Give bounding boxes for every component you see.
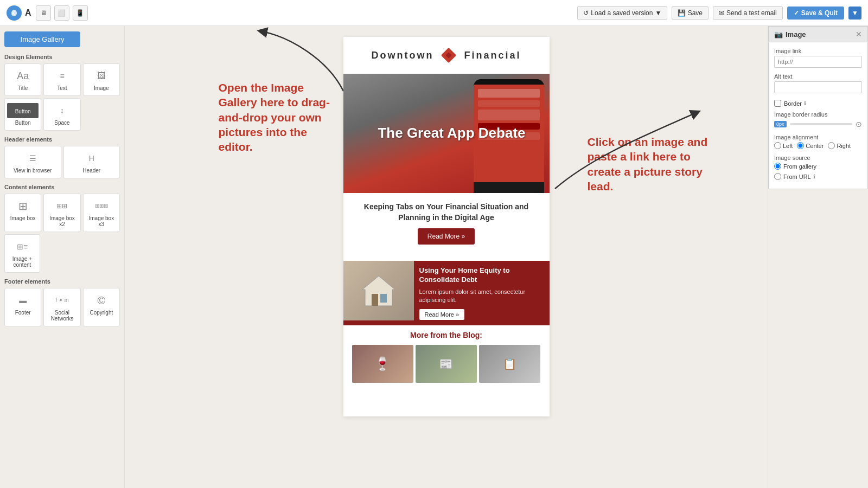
- logo-letter: A: [25, 8, 31, 18]
- article-title: Keeping Tabs on Your Financial Situation…: [352, 202, 541, 223]
- space-icon: ↕: [46, 103, 78, 118]
- copyright-element[interactable]: © Copyright: [83, 288, 120, 326]
- space-element[interactable]: ↕ Space: [43, 98, 80, 131]
- content-block[interactable]: Using Your Home Equity to Consolidate De…: [343, 261, 550, 325]
- save-quit-dropdown-btn[interactable]: ▼: [848, 7, 861, 20]
- save-btn[interactable]: 💾 Save: [672, 6, 709, 20]
- email-hero[interactable]: The Great App Debate: [343, 74, 550, 193]
- image-link-input[interactable]: [774, 56, 862, 68]
- from-gallery-label[interactable]: From gallery: [774, 163, 862, 170]
- desktop-view-btn[interactable]: 🖥: [36, 5, 51, 21]
- image-properties-panel: 📷 Image ✕ Image link Alt text Border ℹ: [768, 26, 868, 189]
- svg-text:A: A: [11, 11, 15, 16]
- blog-image-1[interactable]: 🍷: [352, 345, 413, 383]
- align-right-label[interactable]: Right: [828, 142, 851, 149]
- panel-title: 📷 Image: [774, 30, 806, 38]
- border-checkbox[interactable]: [774, 100, 781, 107]
- slider-max-icon: ⊙: [856, 120, 862, 129]
- border-radius-section: Image border radius 0px ⊙: [774, 111, 862, 129]
- header-elements-grid: ☰ View in browser H Header: [4, 146, 120, 178]
- hero-image[interactable]: The Great App Debate: [343, 74, 550, 193]
- content-elements-title: Content elements: [4, 184, 120, 190]
- slider-row: 0px ⊙: [774, 120, 862, 129]
- footer-element[interactable]: ▬ Footer: [4, 288, 41, 326]
- load-icon: ↺: [583, 9, 589, 17]
- image-box-element[interactable]: ⊞ Image box: [4, 194, 41, 232]
- send-test-email-btn[interactable]: ✉ Send a test email: [713, 6, 783, 20]
- camera-icon: 📷: [774, 30, 783, 38]
- from-url-label[interactable]: From URL ℹ: [774, 173, 862, 180]
- blog-image-3[interactable]: 📋: [479, 345, 540, 383]
- align-left-radio[interactable]: [774, 142, 781, 149]
- border-radius-slider[interactable]: [790, 123, 852, 125]
- header-element[interactable]: H Header: [63, 146, 120, 178]
- blog-image-2[interactable]: 📰: [416, 345, 477, 383]
- footer-elements-grid: ▬ Footer f ✦ in Social Networks © Copyri…: [4, 288, 120, 326]
- text-element[interactable]: ≡ Text: [43, 63, 80, 96]
- send-icon: ✉: [719, 9, 724, 17]
- load-saved-version-btn[interactable]: ↺ Load a saved version ▼: [577, 6, 667, 20]
- source-from-gallery: From gallery: [774, 163, 862, 170]
- panel-body: Image link Alt text Border ℹ Image borde…: [769, 42, 867, 189]
- image-content-element[interactable]: ⊞≡ Image + content: [4, 234, 40, 273]
- from-url-radio[interactable]: [774, 173, 781, 180]
- sidebar-left: Image Gallery Design Elements Aa Title ≡…: [0, 26, 125, 488]
- left-annotation: Open the Image Gallery here to drag-and-…: [219, 80, 333, 154]
- title-element[interactable]: Aa Title: [4, 63, 41, 96]
- source-label: Image source: [774, 155, 862, 161]
- panel-close-btn[interactable]: ✕: [856, 30, 862, 38]
- border-checkbox-row: Border ℹ: [774, 100, 862, 107]
- alignment-options: Left Center Right: [774, 142, 862, 149]
- title-icon: Aa: [7, 68, 39, 84]
- mobile-view-btn[interactable]: 📱: [73, 5, 88, 21]
- canvas-wrapper: Open the Image Gallery here to drag-and-…: [343, 37, 550, 477]
- image-icon: 🖼: [86, 68, 117, 84]
- topbar-right: ↺ Load a saved version ▼ 💾 Save ✉ Send a…: [577, 6, 861, 20]
- read-more-btn[interactable]: Read More »: [418, 228, 475, 245]
- align-left-label[interactable]: Left: [774, 142, 793, 149]
- image-element[interactable]: 🖼 Image: [83, 63, 120, 96]
- content-block-title: Using Your Home Equity to Consolidate De…: [419, 266, 544, 285]
- image-gallery-btn[interactable]: Image Gallery: [4, 31, 80, 47]
- canvas-area: Open the Image Gallery here to drag-and-…: [125, 26, 768, 488]
- source-section: Image source From gallery From URL ℹ: [774, 155, 862, 180]
- copyright-icon: ©: [86, 293, 117, 308]
- alt-text-input[interactable]: [774, 81, 862, 93]
- topbar-icons: 🖥 ⬜ 📱: [36, 5, 88, 21]
- image-box-x2-icon: ⊞⊞: [46, 198, 78, 214]
- border-radius-badge: 0px: [774, 121, 787, 127]
- email-canvas: Downtown Financial: [343, 37, 550, 416]
- main-layout: Image Gallery Design Elements Aa Title ≡…: [0, 26, 868, 488]
- browser-icon: ☰: [7, 151, 59, 166]
- email-logo: Downtown Financial: [352, 46, 541, 65]
- design-elements-title: Design Elements: [4, 54, 120, 60]
- source-from-url: From URL ℹ: [774, 173, 862, 180]
- content-read-more-btn[interactable]: Read More »: [419, 309, 465, 320]
- svg-rect-5: [380, 294, 387, 303]
- view-in-browser-element[interactable]: ☰ View in browser: [4, 146, 61, 178]
- content-block-image[interactable]: [343, 261, 414, 320]
- content-block-text: Using Your Home Equity to Consolidate De…: [414, 261, 550, 325]
- align-center-radio[interactable]: [797, 142, 804, 149]
- image-box-x3-element[interactable]: ⊞⊞⊞ Image box x3: [83, 194, 120, 232]
- align-right-radio[interactable]: [828, 142, 835, 149]
- save-quit-btn[interactable]: ✓ Save & Quit: [787, 7, 844, 20]
- image-box-icon: ⊞: [7, 198, 39, 214]
- blog-images: 🍷 📰 📋: [352, 345, 541, 383]
- alt-text-label: Alt text: [774, 73, 862, 80]
- content-block-body: Lorem ipsum dolor sit amet, consectetur …: [419, 288, 544, 305]
- image-link-label: Image link: [774, 48, 862, 54]
- from-gallery-radio[interactable]: [774, 163, 781, 170]
- topbar-logo: A A: [7, 5, 31, 21]
- image-box-x2-element[interactable]: ⊞⊞ Image box x2: [43, 194, 80, 232]
- button-element[interactable]: Button Button: [4, 98, 41, 131]
- align-center-label[interactable]: Center: [797, 142, 824, 149]
- right-annotation: Click on an image and paste a link here …: [588, 134, 712, 194]
- header-elements-title: Header elements: [4, 136, 120, 143]
- hero-text: The Great App Debate: [367, 124, 525, 143]
- topbar: A A 🖥 ⬜ 📱 ↺ Load a saved version ▼ 💾 Sav…: [0, 0, 868, 26]
- social-networks-element[interactable]: f ✦ in Social Networks: [43, 288, 80, 326]
- topbar-left: A A 🖥 ⬜ 📱: [7, 5, 88, 21]
- tablet-view-btn[interactable]: ⬜: [54, 5, 69, 21]
- footer-icon: ▬: [7, 293, 39, 308]
